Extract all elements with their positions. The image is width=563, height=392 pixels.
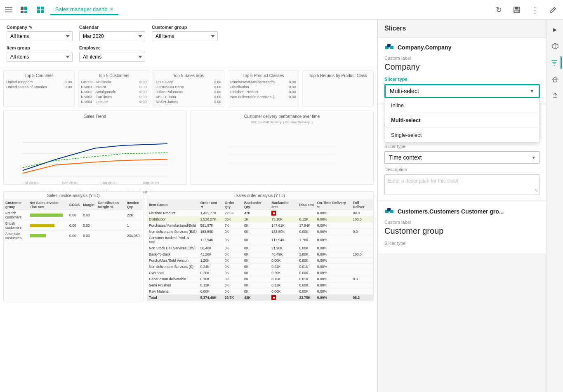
item-group-filter: Item group All items [7, 45, 73, 62]
employee-select[interactable]: All items [79, 52, 145, 62]
dropdown-option-inline[interactable]: Inline [385, 98, 539, 113]
table-row: Non deliverable Services (S) 0.24K0K0K 0… [147, 264, 373, 270]
top5-sections: Top 5 Countries United Kingdom0.00 Unite… [3, 70, 374, 107]
menu-button[interactable] [3, 6, 14, 14]
list-item: United States of America0.00 [6, 85, 72, 89]
table-row: Purchases/Manufactured/Sold 561,97K7K0K … [147, 223, 373, 229]
filter-row-2: Item group All items Employee All items [7, 45, 370, 62]
topbar-right: ↻ ⋮ [492, 3, 560, 16]
sales-invoice-title: Sales invoice analysis (YTD) [4, 192, 143, 200]
slicer-company: Company.Company Custom label Company Sli… [378, 38, 547, 103]
main-layout: Company ✎ All items Calendar Mar 2020 [0, 20, 563, 392]
table-row: Container tracked Prod. & Mat. 117,94K0K… [147, 235, 373, 245]
slicers-header: Slicers [378, 20, 547, 38]
list-item: NA002 - Amalgamale0.00 [81, 89, 146, 94]
sales-trend-chart: Sales Trend Jul 2019 Oct 2019 Jan 2020 M… [3, 110, 187, 185]
tab-close-icon[interactable]: × [110, 6, 113, 12]
save-button[interactable] [510, 3, 523, 16]
company-edit-icon[interactable]: ✎ [29, 25, 32, 30]
calendar-select[interactable]: Mar 2020 [79, 31, 145, 41]
slicer-company-type-title: Slicer type [384, 77, 540, 82]
dashboard-area: Company ✎ All items Calendar Mar 2020 [0, 20, 377, 392]
slicer-company-icon [384, 42, 394, 52]
dropdown-option-singleselect[interactable]: Single-select [385, 128, 539, 142]
list-item: Distribution0.00 [231, 85, 296, 89]
chart-row: Sales Trend Jul 2019 Oct 2019 Jan 2020 M… [3, 110, 374, 188]
delivery-perf-chart: Customer delivery performance over time … [190, 110, 374, 185]
expand-icon-btn[interactable]: ▶ [549, 23, 562, 36]
filter-icon-btn[interactable] [549, 56, 562, 69]
more-options-button[interactable]: ⋮ [528, 3, 542, 16]
top5-productclasses-title: Top 5 Product Classes [231, 73, 296, 78]
slicer-company-type-dropdown[interactable]: Multi-select ▼ Inline Multi-select Singl… [384, 84, 540, 98]
description-box[interactable]: Enter a description for this slicer. ✎ [384, 174, 540, 195]
list-item: Purchases/Manufactured/Sold0.00 [231, 80, 296, 85]
bar-olive [30, 224, 54, 227]
top5-countries-title: Top 5 Countries [6, 73, 72, 78]
svg-text:Jan 2020: Jan 2020 [101, 181, 117, 185]
sales-trend-svg: Jul 2019 Oct 2019 Jan 2020 Mar 2020 [7, 120, 183, 187]
sales-order-data-table: Item Group Order amt ▼ Order Qty Backord… [147, 200, 373, 301]
svg-rect-6 [37, 10, 40, 13]
col-cm: Contribution Margin % [96, 200, 125, 210]
slicer-calendar-type-select[interactable]: Time context [384, 151, 540, 164]
table-row: Generic non deliverable 0.16K0K0K 0.16K … [147, 276, 373, 282]
home-icon [551, 75, 559, 83]
top5-customers: Top 5 Customers GB009 - ABCIndia0.00 NA0… [78, 70, 149, 107]
top5-sales-reps: Top 5 Sales reps COX Gary0.00 JOHNSON Ha… [153, 70, 224, 107]
svg-rect-0 [21, 7, 24, 10]
slicer-calendar-select-wrapper[interactable]: Time context [384, 151, 540, 164]
list-item: NA001 - IntDist0.00 [81, 85, 146, 89]
col-customer-group: Customer group [4, 200, 28, 210]
tab-sales-manager[interactable]: Sales manager dashb × [50, 4, 118, 15]
slicer-panel-content[interactable]: Company.Company Custom label Company Sli… [378, 38, 547, 392]
slicer-customer-icon [384, 207, 394, 216]
home-icon-btn[interactable] [549, 73, 562, 86]
slicer-company-select-box[interactable]: Multi-select ▼ [385, 85, 539, 98]
svg-rect-25 [390, 46, 393, 49]
table-row: Non deliverable Services (B/S) 183,89K0K… [147, 229, 373, 235]
company-filter: Company ✎ All items [7, 25, 73, 41]
list-item: NASH James0.00 [155, 99, 221, 104]
slicer-company-header: Company.Company [384, 42, 540, 52]
edit-button[interactable] [547, 3, 560, 16]
slicer-customer-group-type-title: Slicer type [384, 241, 540, 246]
description-edit-icon[interactable]: ✎ [535, 188, 538, 193]
calendar-label: Calendar [79, 25, 145, 30]
company-select[interactable]: All items [7, 31, 73, 41]
export-icon [551, 92, 559, 99]
cube-icon-btn[interactable] [549, 40, 562, 53]
sales-order-title: Sales order analysis (YTD) [147, 192, 373, 200]
col-otd: On-Time Delivery % [316, 200, 351, 210]
customer-group-select[interactable]: All items [152, 31, 218, 41]
col-fd: Full Deliver [351, 200, 374, 210]
sales-invoice-table: Sales invoice analysis (YTD) Customer gr… [3, 191, 144, 301]
description-section: Description Enter a description for this… [384, 167, 540, 195]
top5-product-classes: Top 5 Product Classes Purchases/Manufact… [228, 70, 299, 107]
bottom-tables: Sales invoice analysis (YTD) Customer gr… [3, 191, 374, 301]
table-row: Purch./Man./Sold Version 1.20K0K0K 0.00K… [147, 258, 373, 264]
slicers-inner: Slicers Company.Company Custom label Com… [378, 20, 547, 392]
top5-salesreps-title: Top 5 Sales reps [155, 73, 221, 78]
employee-filter: Employee All items [79, 45, 145, 62]
col-cogs: COGS [68, 200, 81, 210]
slicer-customer-group-header: Customers.Customers Customer gro... [384, 207, 540, 216]
svg-rect-9 [515, 7, 518, 9]
add-button[interactable] [17, 3, 31, 16]
dropdown-option-multiselect[interactable]: Multi-select [385, 113, 539, 127]
svg-rect-4 [37, 7, 40, 9]
list-item: Julian Palumeau0.00 [155, 89, 221, 94]
col-bo-qty: Backorder Qty [243, 200, 270, 210]
grid-icon-button[interactable] [34, 3, 47, 16]
item-group-select[interactable]: All items [7, 52, 73, 62]
svg-rect-7 [41, 10, 44, 13]
table-row: Overhead 0.20K0K0K 0.20K 0.00K0.00% [147, 270, 373, 276]
list-item: NA004 - Leisure0.00 [81, 99, 146, 104]
dashboard-content: Top 5 Countries United Kingdom0.00 Unite… [0, 67, 377, 392]
table-row-total: Total 5,374,46K26.7K43K ■ 23.75K0.00%98.… [147, 295, 373, 301]
slicer-company-name: Company.Company [398, 44, 451, 51]
export-icon-btn[interactable] [549, 89, 562, 102]
refresh-button[interactable]: ↻ [492, 3, 505, 16]
slicer-customer-group-label-value: Customer group [384, 226, 540, 236]
tab-label: Sales manager dashb [55, 6, 107, 12]
